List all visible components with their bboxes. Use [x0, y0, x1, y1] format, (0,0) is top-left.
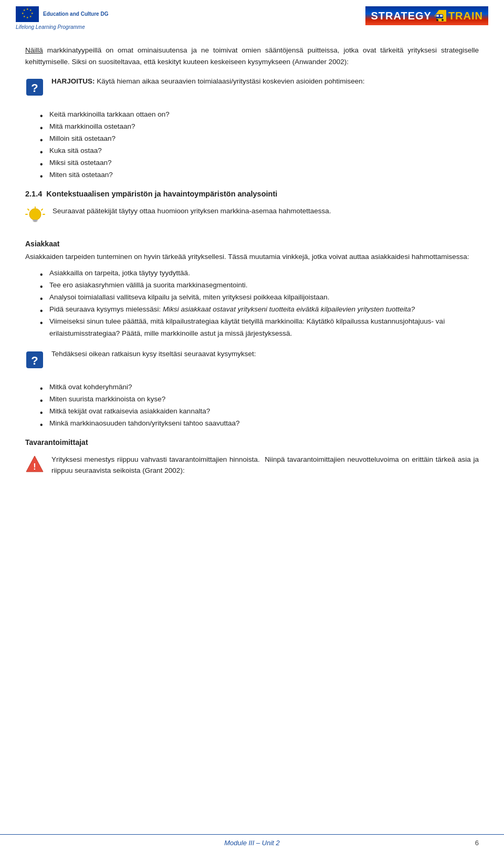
page-header: ★ ★ ★ ★ ★ ★ ★ ★ Education and Culture DG…	[0, 0, 504, 34]
lifelong-label: Lifelong Learning Programme	[16, 24, 85, 30]
list-item: Miksi sitä ostetaan?	[38, 157, 479, 169]
bullet-list-3: Mitkä ovat kohderyhmäni? Miten suurista …	[38, 381, 479, 430]
tavarantoimittajat-heading: Tavarantoimittajat	[25, 438, 479, 447]
bulb-svg	[25, 206, 45, 226]
italic-question: Miksi asiakkaat ostavat yritykseni tuott…	[163, 305, 415, 313]
question-block-2: ? Tehdäksesi oikean ratkaisun kysy itsel…	[25, 348, 479, 372]
svg-line-22	[41, 209, 43, 210]
lightbulb-icon	[25, 206, 45, 230]
svg-point-13	[436, 19, 438, 21]
svg-point-14	[442, 19, 444, 21]
header-left: ★ ★ ★ ★ ★ ★ ★ ★ Education and Culture DG…	[16, 6, 108, 30]
svg-point-17	[29, 209, 41, 220]
strategy-train-logo: STRATEGY TRAIN	[365, 6, 488, 25]
exercise-text: HARJOITUS: Käytä hieman aikaa seuraavien…	[51, 76, 365, 87]
strategy-text: STRATEGY	[371, 10, 431, 22]
list-item: Keitä markkinoilla tarkkaan ottaen on?	[38, 109, 479, 121]
list-item: Tee ero asiakasryhmien välillä ja suorit…	[38, 279, 479, 292]
page-footer: Module III – Unit 2 6	[0, 834, 504, 851]
intro-paragraph: Näillä markkinatyypeillä on omat ominais…	[25, 45, 479, 67]
svg-text:?: ?	[31, 354, 38, 367]
list-item: Minkä markkinaosuuden tahdon/yritykseni …	[38, 418, 479, 430]
svg-rect-19	[34, 221, 37, 222]
svg-line-21	[28, 209, 29, 210]
svg-rect-18	[33, 220, 37, 221]
svg-text:!: !	[33, 462, 36, 471]
tavarantoimittajat-text: Yrityksesi menestys riippuu vahvasti tav…	[51, 454, 479, 476]
list-item: Miten suurista markkinoista on kyse?	[38, 393, 479, 406]
section-number: 2.1.4	[25, 190, 42, 198]
section-title: Kontekstuaalisen ympäristön ja havaintoy…	[46, 190, 277, 198]
list-item: Milloin sitä ostetaan?	[38, 133, 479, 145]
list-item: Asiakkailla on tarpeita, jotka täytyy ty…	[38, 267, 479, 279]
train-text: TRAIN	[448, 10, 483, 22]
asiakkaat-heading: Asiakkaat	[25, 240, 479, 248]
edu-culture-title: Education and Culture DG	[43, 11, 108, 17]
edu-culture-block: Education and Culture DG	[43, 11, 108, 17]
bullet-list-asiakkaat: Asiakkailla on tarpeita, jotka täytyy ty…	[38, 267, 479, 340]
exclamation-icon: !	[25, 455, 44, 474]
list-item: Mitä markkinoilla ostetaan?	[38, 121, 479, 133]
footer-page: 6	[475, 839, 479, 847]
tip-text: Seuraavat päätekijät täytyy ottaa huomio…	[52, 205, 331, 217]
list-item: Analysoi toimialallasi vallitseva kilpai…	[38, 292, 479, 304]
warning-block: ! Yrityksesi menestys riippuu vahvasti t…	[25, 454, 479, 478]
question-mark-icon-2: ?	[25, 350, 44, 369]
list-item: Kuka sitä ostaa?	[38, 145, 479, 157]
intro-underlined: Näillä	[25, 46, 43, 54]
warning-icon: !	[25, 455, 44, 478]
eu-flag-icon: ★ ★ ★ ★ ★ ★ ★ ★	[16, 6, 39, 22]
question-mark-icon: ?	[25, 78, 44, 97]
tip-block: Seuraavat päätekijät täytyy ottaa huomio…	[25, 205, 479, 230]
list-item: Pidä seuraava kysymys mielessäsi: Miksi …	[38, 304, 479, 316]
list-item: Mitkä ovat kohderyhmäni?	[38, 381, 479, 393]
question-text-2: Tehdäksesi oikean ratkaisun kysy itseltä…	[51, 348, 256, 360]
question-icon-2: ?	[25, 350, 44, 372]
bullet-list-1: Keitä markkinoilla tarkkaan ottaen on? M…	[38, 109, 479, 181]
exercise-label: HARJOITUS:	[51, 77, 95, 85]
list-item: Miten sitä ostetaan?	[38, 169, 479, 181]
strategy-train-box: STRATEGY TRAIN	[365, 6, 488, 25]
svg-rect-12	[440, 15, 443, 17]
list-item: Viimeiseksi sinun tulee päättää, mitä ki…	[38, 316, 479, 340]
eu-logo-block: ★ ★ ★ ★ ★ ★ ★ ★ Education and Culture DG	[16, 6, 108, 22]
list-item: Mitkä tekijät ovat ratkaisevia asiakkaid…	[38, 406, 479, 418]
exercise-block: ? HARJOITUS: Käytä hieman aikaa seuraavi…	[25, 76, 479, 99]
section-heading-214: 2.1.4 Kontekstuaalisen ympäristön ja hav…	[25, 190, 479, 198]
asiakkaat-intro: Asiakkaiden tarpeiden tunteminen on hyvi…	[25, 251, 479, 263]
main-content: Näillä markkinatyypeillä on omat ominais…	[0, 34, 504, 495]
train-icon	[434, 9, 447, 23]
svg-text:?: ?	[31, 81, 38, 95]
footer-text: Module III – Unit 2	[224, 839, 280, 847]
question-icon: ?	[25, 78, 44, 99]
svg-rect-11	[436, 15, 439, 17]
